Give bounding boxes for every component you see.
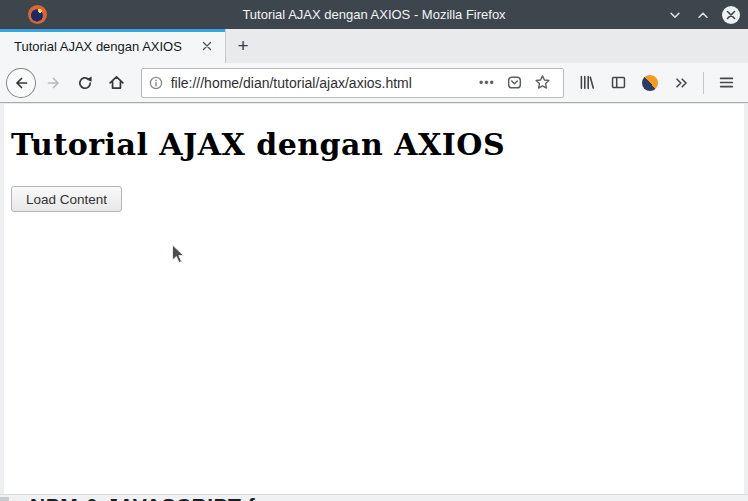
bookmark-star-button[interactable] bbox=[530, 70, 556, 96]
load-content-button[interactable]: Load Content bbox=[11, 186, 122, 212]
close-icon bbox=[726, 10, 736, 20]
tab-label: Tutorial AJAX dengan AXIOS bbox=[14, 39, 197, 54]
forward-button[interactable] bbox=[39, 68, 69, 98]
home-button[interactable] bbox=[102, 68, 132, 98]
page-actions-button[interactable]: ••• bbox=[474, 70, 500, 96]
arrow-right-icon bbox=[46, 75, 62, 91]
extension-icon bbox=[642, 75, 658, 91]
library-icon bbox=[578, 74, 595, 91]
tab-tutorial-ajax[interactable]: Tutorial AJAX dengan AXIOS bbox=[0, 29, 226, 63]
url-text[interactable]: file:///home/dian/tutorial/ajax/axios.ht… bbox=[171, 75, 473, 91]
chevron-down-icon bbox=[668, 8, 682, 22]
star-icon bbox=[534, 74, 551, 91]
close-button[interactable] bbox=[722, 6, 740, 24]
pocket-icon bbox=[506, 74, 523, 91]
back-button[interactable] bbox=[6, 68, 36, 98]
toolbar-separator bbox=[703, 72, 704, 94]
save-to-pocket-button[interactable] bbox=[502, 70, 528, 96]
reload-icon bbox=[77, 75, 93, 91]
page-title: Tutorial AJAX dengan AXIOS bbox=[11, 127, 744, 162]
chevron-up-icon bbox=[696, 8, 710, 22]
library-button[interactable] bbox=[572, 68, 602, 98]
new-tab-button[interactable]: + bbox=[226, 29, 260, 63]
firefox-window: Tutorial AJAX dengan AXIOS - Mozilla Fir… bbox=[0, 0, 748, 501]
overflow-menu-button[interactable] bbox=[667, 68, 697, 98]
navigation-toolbar: file:///home/dian/tutorial/ajax/axios.ht… bbox=[0, 63, 748, 103]
tab-close-button[interactable] bbox=[197, 36, 217, 56]
mouse-cursor bbox=[171, 244, 186, 265]
arrow-left-icon bbox=[13, 75, 29, 91]
maximize-button[interactable] bbox=[694, 6, 712, 24]
extension-button[interactable] bbox=[635, 68, 665, 98]
titlebar: Tutorial AJAX dengan AXIOS - Mozilla Fir… bbox=[0, 0, 748, 29]
window-controls bbox=[666, 0, 740, 29]
bottom-left-fragment bbox=[0, 497, 9, 501]
info-icon[interactable] bbox=[148, 75, 164, 91]
hamburger-icon bbox=[718, 74, 735, 91]
window-title: Tutorial AJAX dengan AXIOS - Mozilla Fir… bbox=[0, 7, 748, 22]
menu-button[interactable] bbox=[711, 68, 741, 98]
sidebar-icon bbox=[610, 74, 627, 91]
browser-content-area: Tutorial AJAX dengan AXIOS Load Content … bbox=[0, 104, 748, 501]
firefox-logo-icon bbox=[28, 5, 47, 24]
sidebar-button[interactable] bbox=[603, 68, 633, 98]
close-icon bbox=[202, 41, 212, 51]
address-bar[interactable]: file:///home/dian/tutorial/ajax/axios.ht… bbox=[141, 68, 564, 98]
reload-button[interactable] bbox=[70, 68, 100, 98]
clipped-watermark-text: NPM & JAVASCRIPT f bbox=[30, 495, 330, 501]
web-page: Tutorial AJAX dengan AXIOS Load Content bbox=[4, 104, 744, 494]
plus-icon: + bbox=[237, 35, 248, 57]
minimize-button[interactable] bbox=[666, 6, 684, 24]
home-icon bbox=[108, 74, 125, 91]
ellipsis-icon: ••• bbox=[479, 76, 495, 90]
tab-strip: Tutorial AJAX dengan AXIOS + bbox=[0, 29, 748, 63]
double-chevron-right-icon bbox=[674, 75, 690, 91]
